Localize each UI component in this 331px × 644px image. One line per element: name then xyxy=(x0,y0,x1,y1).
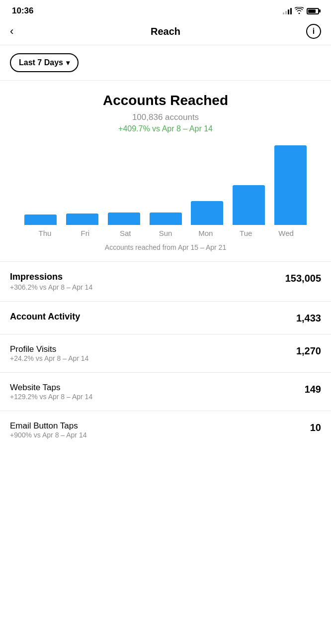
chart-container: ThuFriSatSunMonTueWed xyxy=(10,145,321,237)
bar-group-thu xyxy=(20,215,62,225)
profile-visits-change: +24.2% vs Apr 8 – Apr 14 xyxy=(10,354,296,362)
status-time: 10:36 xyxy=(12,6,33,16)
bar-group-sat xyxy=(103,213,145,225)
battery-icon xyxy=(307,8,319,14)
chevron-down-icon: ▾ xyxy=(66,59,70,67)
website-taps-value: 149 xyxy=(305,383,321,395)
section-title: Accounts Reached xyxy=(10,93,321,108)
email-button-taps-row: Email Button Taps +900% vs Apr 8 – Apr 1… xyxy=(0,411,331,449)
nav-bar: ‹ Reach i xyxy=(0,20,331,45)
chart-subtitle: Accounts reached from Apr 15 – Apr 21 xyxy=(10,243,321,251)
website-taps-row: Website Taps +129.2% vs Apr 8 – Apr 14 1… xyxy=(0,373,331,411)
accounts-count: 100,836 accounts xyxy=(10,112,321,122)
profile-visits-label: Profile Visits xyxy=(10,344,296,354)
chart-label-wed: Wed xyxy=(266,229,306,237)
bar-wed xyxy=(274,145,307,225)
chart-label-sun: Sun xyxy=(146,229,186,237)
bar-thu xyxy=(24,215,57,225)
bar-sun xyxy=(150,213,182,225)
accounts-change: +409.7% vs Apr 8 – Apr 14 xyxy=(10,124,321,133)
impressions-row: Impressions +306.2% vs Apr 8 – Apr 14 15… xyxy=(0,262,331,301)
impressions-value: 153,005 xyxy=(285,272,321,284)
impressions-label: Impressions xyxy=(10,272,285,282)
account-activity-row: Account Activity 1,433 xyxy=(0,302,331,334)
chart-label-tue: Tue xyxy=(226,229,266,237)
email-button-taps-change-pct: +900% xyxy=(10,431,32,439)
profile-visits-value: 1,270 xyxy=(296,344,321,357)
email-button-taps-label: Email Button Taps xyxy=(10,421,310,431)
profile-visits-row: Profile Visits +24.2% vs Apr 8 – Apr 14 … xyxy=(0,334,331,372)
bar-group-sun xyxy=(145,213,186,225)
account-activity-label: Account Activity xyxy=(10,312,296,322)
bar-group-mon xyxy=(186,201,228,225)
chart-label-fri: Fri xyxy=(65,229,105,237)
status-icons xyxy=(283,7,319,15)
email-button-taps-value: 10 xyxy=(310,421,321,433)
profile-visits-change-pct: +24.2% xyxy=(10,354,34,362)
bar-fri xyxy=(66,214,98,225)
bar-tue xyxy=(233,185,265,225)
chart-labels: ThuFriSatSunMonTueWed xyxy=(15,225,316,237)
filter-section: Last 7 Days ▾ xyxy=(0,45,331,81)
main-content: Accounts Reached 100,836 accounts +409.7… xyxy=(0,81,331,251)
email-button-taps-change-suffix: vs Apr 8 – Apr 14 xyxy=(32,431,87,439)
website-taps-label: Website Taps xyxy=(10,383,305,393)
website-taps-change: +129.2% vs Apr 8 – Apr 14 xyxy=(10,393,305,401)
back-button[interactable]: ‹ xyxy=(10,25,30,38)
status-bar: 10:36 xyxy=(0,0,331,20)
chart-label-sat: Sat xyxy=(105,229,146,237)
impressions-change-pct: +306.2% xyxy=(10,283,38,291)
bar-group-tue xyxy=(228,185,270,225)
wifi-icon xyxy=(295,7,304,15)
impressions-change-suffix: vs Apr 8 – Apr 14 xyxy=(38,283,93,291)
website-taps-change-pct: +129.2% xyxy=(10,393,38,401)
date-filter-button[interactable]: Last 7 Days ▾ xyxy=(10,53,79,72)
website-taps-change-suffix: vs Apr 8 – Apr 14 xyxy=(38,393,93,401)
email-button-taps-change: +900% vs Apr 8 – Apr 14 xyxy=(10,431,310,439)
page-title: Reach xyxy=(151,26,180,37)
chart-label-thu: Thu xyxy=(25,229,65,237)
chart-label-mon: Mon xyxy=(185,229,226,237)
info-button[interactable]: i xyxy=(301,24,321,39)
profile-visits-change-suffix: vs Apr 8 – Apr 14 xyxy=(34,354,89,362)
bar-mon xyxy=(191,201,223,225)
bar-group-fri xyxy=(62,214,103,225)
info-icon[interactable]: i xyxy=(306,24,321,39)
bar-group-wed xyxy=(269,145,311,225)
impressions-change: +306.2% vs Apr 8 – Apr 14 xyxy=(10,283,285,291)
bar-sat xyxy=(108,213,140,225)
chart-bars xyxy=(15,145,316,225)
filter-label: Last 7 Days xyxy=(19,58,63,67)
account-activity-value: 1,433 xyxy=(296,312,321,324)
signal-icon xyxy=(283,7,292,14)
